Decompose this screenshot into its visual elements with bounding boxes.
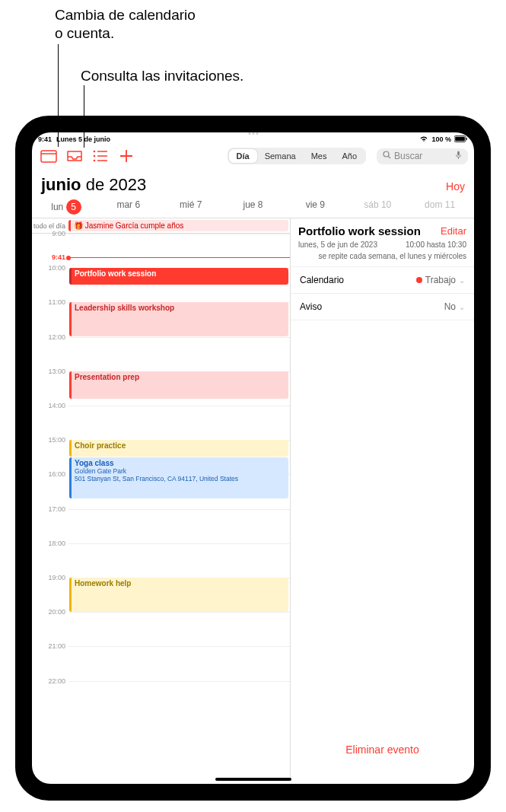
- detail-alert-row[interactable]: Aviso No⌄: [291, 294, 474, 320]
- event-block[interactable]: Portfolio work session: [69, 268, 288, 285]
- hour-label: 18:00: [35, 540, 65, 547]
- screen: 9:41 Lunes 5 de junio 100 % Día Semana M…: [32, 132, 474, 784]
- edit-button[interactable]: Editar: [441, 225, 466, 237]
- hour-label: 13:00: [35, 368, 65, 375]
- allday-label: todo el día: [32, 222, 68, 230]
- month-header: junio de 2023 Hoy: [32, 167, 474, 199]
- detail-cal-label: Calendario: [300, 275, 344, 285]
- detail-calendar-row[interactable]: Calendario Trabajo⌄: [291, 267, 474, 294]
- event-block[interactable]: Leadership skills workshop: [69, 302, 288, 336]
- callout-line-calendar: [58, 44, 59, 147]
- list-icon[interactable]: [90, 148, 111, 164]
- now-indicator: [68, 257, 290, 258]
- chevron-icon: ⌄: [459, 276, 465, 285]
- hour-label: 14:00: [35, 402, 65, 409]
- view-segmented[interactable]: Día Semana Mes Año: [228, 148, 366, 164]
- add-icon[interactable]: [116, 148, 137, 164]
- day-mié[interactable]: mié 7: [160, 199, 222, 215]
- svg-rect-1: [455, 136, 465, 141]
- seg-month[interactable]: Mes: [304, 149, 335, 163]
- status-time: 9:41: [38, 135, 52, 143]
- search-icon: [383, 151, 391, 161]
- event-block[interactable]: Homework help: [69, 578, 288, 612]
- delete-event-button[interactable]: Eliminar evento: [291, 731, 474, 779]
- home-indicator[interactable]: [215, 778, 291, 781]
- detail-time: 10:00 hasta 10:30: [406, 240, 466, 249]
- toolbar: Día Semana Mes Año Buscar: [32, 145, 474, 167]
- hour-label: 19:00: [35, 574, 65, 581]
- hour-label: 9:00: [35, 230, 65, 237]
- svg-rect-2: [466, 138, 467, 140]
- multitask-dots[interactable]: [248, 132, 258, 135]
- svg-rect-15: [457, 151, 460, 155]
- callout-calendar: Cambia de calendarioo cuenta.: [55, 6, 196, 43]
- chevron-icon: ⌄: [459, 303, 465, 311]
- month-name: junio: [41, 175, 81, 194]
- detail-alert-label: Aviso: [300, 301, 322, 312]
- day-jue[interactable]: jue 8: [222, 199, 285, 215]
- detail-alert-value: No: [444, 301, 456, 312]
- event-block[interactable]: Choir practice: [69, 440, 288, 457]
- week-day-strip[interactable]: lun 5mar 6mié 7jue 8vie 9sáb 10dom 11: [32, 199, 474, 218]
- hour-label: 16:00: [35, 470, 65, 478]
- svg-rect-3: [41, 151, 56, 162]
- seg-day[interactable]: Día: [229, 149, 257, 163]
- detail-repeat: se repite cada semana, el lunes y miérco…: [318, 252, 466, 260]
- timeline-pane[interactable]: todo el día 🎁 Jasmine García cumple años…: [32, 218, 291, 779]
- inbox-icon[interactable]: [64, 148, 85, 164]
- hour-label: 21:00: [35, 642, 65, 650]
- hour-label: 22:00: [35, 677, 65, 685]
- search-field[interactable]: Buscar: [377, 148, 468, 164]
- event-block[interactable]: Yoga classGolden Gate Park501 Stanyan St…: [69, 457, 288, 498]
- detail-title: Portfolio work session: [298, 224, 421, 237]
- event-block[interactable]: Presentation prep: [69, 371, 288, 399]
- hour-label: 15:00: [35, 436, 65, 444]
- hour-label: 17:00: [35, 505, 65, 513]
- event-detail-pane: Portfolio work session Editar lunes, 5 d…: [291, 218, 474, 779]
- day-dom[interactable]: dom 11: [409, 199, 471, 215]
- cal-color-dot: [416, 277, 422, 283]
- svg-point-5: [94, 151, 96, 153]
- wifi-icon: [419, 135, 428, 144]
- mic-icon[interactable]: [455, 151, 462, 162]
- now-label: 9:41: [35, 253, 65, 261]
- day-lun[interactable]: lun 5: [35, 199, 97, 215]
- svg-point-9: [94, 160, 96, 162]
- search-placeholder: Buscar: [394, 151, 422, 161]
- day-mar[interactable]: mar 6: [97, 199, 160, 215]
- hour-label: 12:00: [35, 333, 65, 341]
- day-sáb[interactable]: sáb 10: [346, 199, 409, 215]
- svg-line-14: [388, 156, 390, 158]
- allday-event[interactable]: 🎁 Jasmine García cumple años: [68, 220, 288, 231]
- svg-point-13: [383, 151, 389, 157]
- hour-label: 20:00: [35, 608, 65, 616]
- month-year: de 2023: [86, 175, 147, 194]
- callout-line-inbox: [84, 85, 84, 148]
- calendars-icon[interactable]: [38, 148, 59, 164]
- hour-label: 11:00: [35, 298, 65, 306]
- day-vie[interactable]: vie 9: [284, 199, 346, 215]
- seg-year[interactable]: Año: [334, 149, 364, 163]
- ipad-frame: 9:41 Lunes 5 de junio 100 % Día Semana M…: [15, 116, 491, 801]
- allday-row: todo el día 🎁 Jasmine García cumple años: [32, 218, 290, 234]
- today-button[interactable]: Hoy: [446, 180, 465, 193]
- battery-icon: [454, 135, 468, 144]
- callout-inbox: Consulta las invitaciones.: [81, 67, 243, 85]
- detail-cal-value: Trabajo: [425, 275, 456, 285]
- hour-label: 10:00: [35, 264, 65, 272]
- detail-date: lunes, 5 de jun de 2023: [298, 240, 377, 249]
- battery-pct: 100 %: [431, 135, 451, 143]
- seg-week[interactable]: Semana: [257, 149, 304, 163]
- svg-point-7: [94, 155, 96, 158]
